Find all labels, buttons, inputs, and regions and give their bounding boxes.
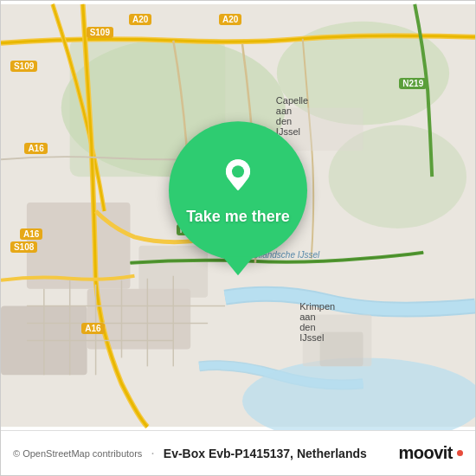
place-capelle: CapelleaandenIJssel <box>276 95 308 137</box>
take-me-there-popup[interactable]: Take me there <box>169 121 307 260</box>
road-label-a20b: A20 <box>219 14 241 25</box>
copyright-text: © OpenStreetMap contributors <box>13 448 142 459</box>
road-label-a16a: A16 <box>24 143 47 154</box>
road-label-a16c: A16 <box>81 323 104 334</box>
moovit-brand-text: moovit <box>398 443 453 463</box>
road-label-s109b: S109 <box>87 27 113 38</box>
svg-point-24 <box>232 165 244 177</box>
take-me-there-button[interactable]: Take me there <box>186 208 290 226</box>
road-label-s108: S108 <box>10 241 37 253</box>
road-label-a20: A20 <box>129 14 151 25</box>
road-label-s109a: S109 <box>10 61 37 72</box>
road-label-n219: N219 <box>399 78 427 89</box>
moovit-logo: moovit <box>398 443 463 463</box>
road-label-a16b: A16 <box>20 228 42 240</box>
popup-overlay: Take me there <box>169 121 307 260</box>
location-info: © OpenStreetMap contributors · Ev-Box Ev… <box>13 446 367 461</box>
separator: · <box>151 446 154 461</box>
app-container: A20 A20 S109 S109 A16 A16 A16 S108 N210 … <box>0 0 476 476</box>
location-label: Ev-Box Evb-P1415137, Netherlands <box>164 447 367 460</box>
map-container: A20 A20 S109 S109 A16 A16 A16 S108 N210 … <box>1 1 475 430</box>
moovit-logo-dot <box>457 450 463 456</box>
place-krimpen: KrimpenaandenIJssel <box>299 301 335 343</box>
bottom-bar: © OpenStreetMap contributors · Ev-Box Ev… <box>1 430 475 475</box>
